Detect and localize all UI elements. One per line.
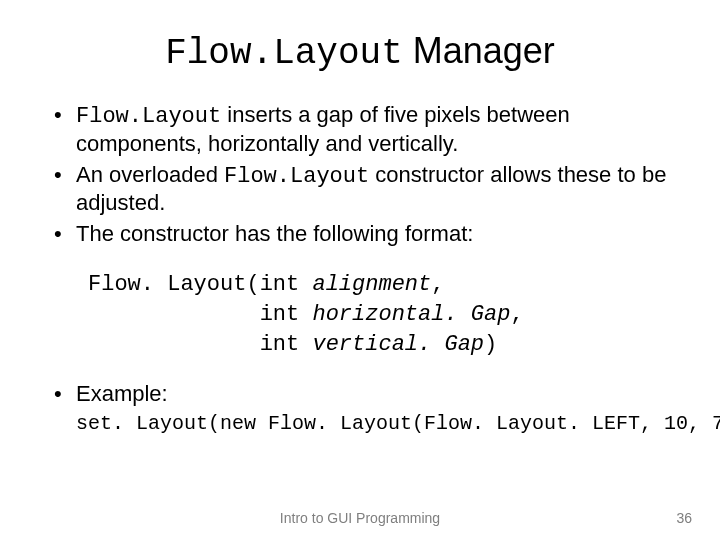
sig-l2c: , (510, 302, 523, 327)
slide: Flow.Layout Manager Flow.Layout inserts … (0, 0, 720, 540)
bullet-3-text: The constructor has the following format… (76, 221, 473, 246)
sig-l1a: Flow. Layout(int (88, 272, 312, 297)
bullet-4-text: Example: (76, 381, 168, 406)
bullet-4: Example: (50, 381, 680, 408)
bullet-list-2: Example: (40, 381, 680, 408)
bullet-1: Flow.Layout inserts a gap of five pixels… (50, 102, 680, 158)
sig-l1c: , (431, 272, 444, 297)
sig-l1b: alignment (312, 272, 431, 297)
title-rest: Manager (403, 30, 555, 71)
sig-l3b: vertical. Gap (312, 332, 484, 357)
example-code: set. Layout(new Flow. Layout(Flow. Layou… (76, 412, 680, 435)
page-number: 36 (676, 510, 692, 526)
bullet-2-mono: Flow.Layout (224, 164, 369, 189)
bullet-2-pre: An overloaded (76, 162, 224, 187)
sig-l2a: int (88, 302, 312, 327)
title-mono: Flow.Layout (165, 33, 403, 74)
bullet-3: The constructor has the following format… (50, 221, 680, 248)
footer-center: Intro to GUI Programming (0, 510, 720, 526)
bullet-1-mono: Flow.Layout (76, 104, 221, 129)
sig-l2b: horizontal. Gap (312, 302, 510, 327)
bullet-2: An overloaded Flow.Layout constructor al… (50, 162, 680, 218)
slide-title: Flow.Layout Manager (40, 30, 680, 74)
bullet-list: Flow.Layout inserts a gap of five pixels… (40, 102, 680, 248)
sig-l3c: ) (484, 332, 497, 357)
sig-l3a: int (88, 332, 312, 357)
constructor-signature: Flow. Layout(int alignment, int horizont… (88, 270, 680, 359)
